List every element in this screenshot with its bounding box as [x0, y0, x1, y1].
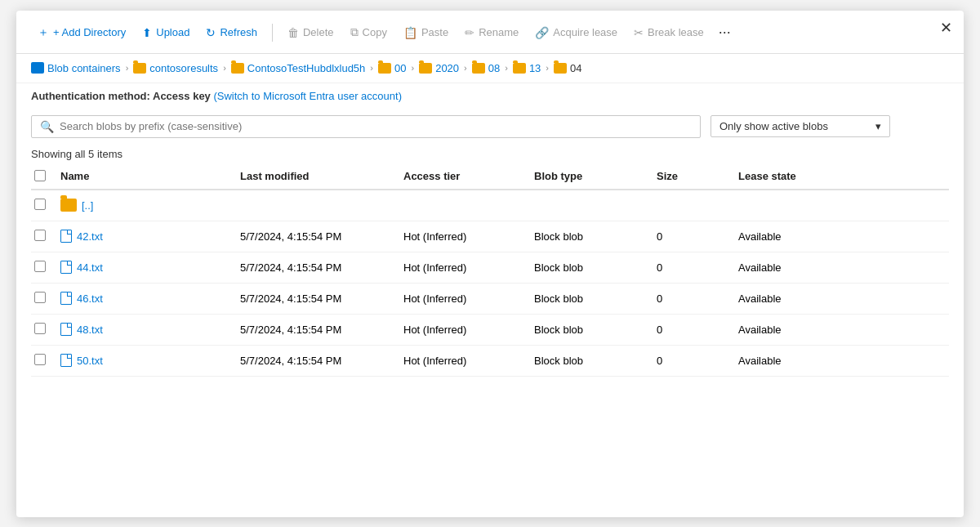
breadcrumb-sep-2: ›	[223, 63, 226, 73]
delete-icon: 🗑	[287, 26, 299, 39]
auth-bar: Authentication method: Access key (Switc…	[16, 83, 964, 109]
header-modified: Last modified	[237, 170, 400, 184]
copy-button[interactable]: ⧉ Copy	[344, 22, 394, 42]
folder-icon	[378, 63, 391, 74]
file-link-44[interactable]: 44.txt	[60, 261, 234, 274]
search-filter-row: 🔍 Only show active blobs ▾	[16, 109, 964, 143]
row-checkbox[interactable]	[34, 323, 46, 334]
header-name: Name	[57, 170, 237, 184]
search-box: 🔍	[31, 115, 701, 138]
header-lease-state: Lease state	[735, 170, 849, 184]
table-row: 48.txt 5/7/2024, 4:15:54 PM Hot (Inferre…	[31, 315, 949, 346]
row-checkbox[interactable]	[34, 261, 46, 272]
table-row: 50.txt 5/7/2024, 4:15:54 PM Hot (Inferre…	[31, 346, 949, 377]
breadcrumb-04[interactable]: 04	[554, 62, 581, 74]
file-link-48[interactable]: 48.txt	[60, 323, 234, 336]
file-link-50[interactable]: 50.txt	[60, 354, 234, 367]
close-button[interactable]: ✕	[940, 20, 952, 35]
breadcrumb-sep-3: ›	[370, 63, 373, 73]
row-checkbox[interactable]	[34, 230, 46, 241]
switch-auth-link[interactable]: (Switch to Microsoft Entra user account)	[213, 90, 401, 102]
breadcrumb-sep-1: ›	[126, 63, 129, 73]
breadcrumb-contosoresults[interactable]: contosoresults	[133, 62, 218, 74]
breadcrumb-00[interactable]: 00	[378, 62, 406, 74]
break-lease-button[interactable]: ✂ Break lease	[627, 23, 710, 42]
breadcrumb-blob-containers[interactable]: Blob containers	[31, 62, 121, 74]
breadcrumb-contosotesthub[interactable]: ContosoTestHubdlxlud5h	[231, 62, 366, 74]
folder-icon	[60, 199, 77, 212]
breadcrumb-sep-4: ›	[411, 63, 414, 73]
select-all-checkbox[interactable]	[34, 170, 46, 181]
break-lease-icon: ✂	[634, 26, 644, 39]
folder-icon	[472, 63, 485, 74]
header-access-tier: Access tier	[400, 170, 531, 184]
file-link-42[interactable]: 42.txt	[60, 230, 234, 243]
upload-button[interactable]: ⬆ Upload	[136, 23, 196, 42]
folder-icon	[419, 63, 432, 74]
add-directory-button[interactable]: ＋ + Add Directory	[31, 22, 132, 43]
upload-icon: ⬆	[142, 26, 152, 39]
table-area: Name Last modified Access tier Blob type…	[16, 163, 964, 377]
main-panel: ✕ ＋ + Add Directory ⬆ Upload ↻ Refresh 🗑…	[16, 11, 964, 517]
rename-button[interactable]: ✏ Rename	[458, 23, 525, 42]
plus-icon: ＋	[38, 25, 49, 40]
file-link-46[interactable]: 46.txt	[60, 292, 234, 305]
filter-label: Only show active blobs	[719, 120, 828, 132]
toolbar: ＋ + Add Directory ⬆ Upload ↻ Refresh 🗑 D…	[16, 11, 964, 54]
copy-icon: ⧉	[350, 25, 359, 39]
table-row: 46.txt 5/7/2024, 4:15:54 PM Hot (Inferre…	[31, 284, 949, 315]
table-header: Name Last modified Access tier Blob type…	[31, 163, 949, 190]
toolbar-divider-1	[272, 24, 273, 42]
folder-icon	[133, 63, 146, 74]
more-options-button[interactable]: ···	[714, 22, 736, 42]
chevron-down-icon: ▾	[875, 120, 881, 132]
container-icon	[31, 62, 44, 74]
acquire-lease-icon: 🔗	[535, 26, 549, 39]
paste-icon: 📋	[403, 26, 417, 39]
breadcrumb-sep-7: ›	[546, 63, 549, 73]
header-size: Size	[653, 170, 735, 184]
refresh-button[interactable]: ↻ Refresh	[199, 23, 264, 42]
breadcrumb: Blob containers › contosoresults › Conto…	[16, 54, 964, 83]
file-icon	[60, 354, 72, 367]
folder-icon	[554, 63, 567, 74]
filter-dropdown[interactable]: Only show active blobs ▾	[710, 115, 890, 137]
paste-button[interactable]: 📋 Paste	[397, 23, 455, 42]
breadcrumb-sep-6: ›	[505, 63, 508, 73]
row-checkbox[interactable]	[34, 199, 46, 210]
search-input[interactable]	[60, 120, 692, 132]
row-checkbox[interactable]	[34, 292, 46, 303]
search-icon: 🔍	[40, 120, 54, 133]
header-blob-type: Blob type	[531, 170, 653, 184]
folder-icon	[231, 63, 244, 74]
items-count: Showing all 5 items	[16, 143, 964, 163]
breadcrumb-08[interactable]: 08	[472, 62, 500, 74]
breadcrumb-2020[interactable]: 2020	[419, 62, 459, 74]
table-row: [..]	[31, 190, 949, 221]
breadcrumb-sep-5: ›	[464, 63, 467, 73]
rename-icon: ✏	[465, 26, 474, 39]
acquire-lease-button[interactable]: 🔗 Acquire lease	[528, 23, 624, 42]
header-checkbox-col	[31, 170, 57, 184]
file-icon	[60, 292, 72, 305]
breadcrumb-13[interactable]: 13	[513, 62, 541, 74]
table-row: 44.txt 5/7/2024, 4:15:54 PM Hot (Inferre…	[31, 252, 949, 284]
file-icon	[60, 323, 72, 336]
row-checkbox[interactable]	[34, 354, 46, 365]
file-icon	[60, 261, 72, 274]
table-row: 42.txt 5/7/2024, 4:15:54 PM Hot (Inferre…	[31, 221, 949, 252]
folder-icon	[513, 63, 526, 74]
folder-link-parent[interactable]: [..]	[60, 199, 234, 212]
refresh-icon: ↻	[206, 26, 216, 39]
delete-button[interactable]: 🗑 Delete	[281, 23, 341, 42]
file-icon	[60, 230, 72, 243]
